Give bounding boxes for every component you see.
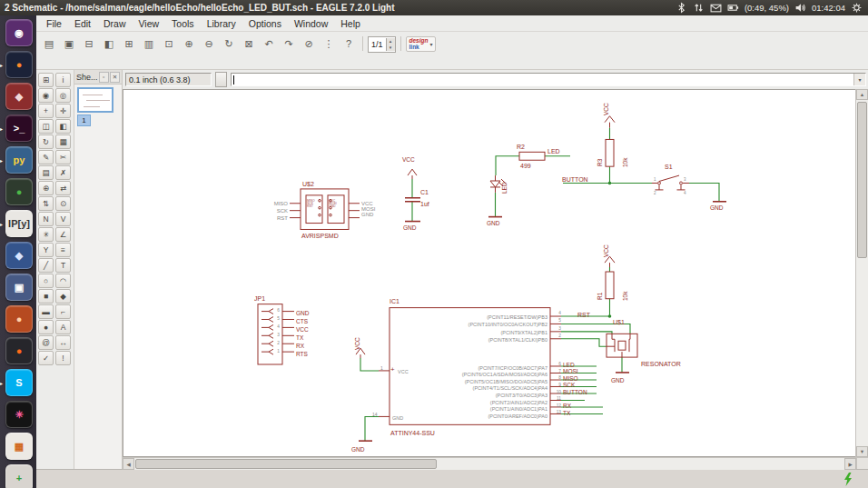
tool-rect[interactable]: ■ bbox=[38, 289, 54, 304]
help-button[interactable]: ? bbox=[340, 35, 358, 53]
tool-name[interactable]: N bbox=[38, 212, 54, 226]
design-link-button[interactable]: design link ▾ bbox=[406, 36, 437, 52]
cam-button[interactable]: ◧ bbox=[100, 35, 118, 53]
tool-value[interactable]: V bbox=[55, 212, 71, 226]
menu-file[interactable]: File bbox=[40, 17, 68, 30]
tool-attribute[interactable]: @ bbox=[38, 335, 54, 350]
launcher-app-install[interactable]: ▸ + bbox=[5, 464, 33, 488]
menu-draw[interactable]: Draw bbox=[97, 17, 133, 30]
tool-junction[interactable]: ● bbox=[38, 320, 54, 334]
tool-circle[interactable]: ○ bbox=[38, 274, 54, 288]
tool-polygon[interactable]: ◆ bbox=[55, 289, 71, 304]
command-history-dropdown-icon[interactable]: ▾ bbox=[853, 74, 865, 85]
schematic-canvas[interactable]: U$2 AVRISPSMD MISOSCKRST VCCMOSIGND MISO… bbox=[123, 89, 855, 457]
launcher-firefox[interactable]: ▸ ● bbox=[5, 51, 33, 78]
menu-edit[interactable]: Edit bbox=[68, 17, 97, 30]
sheet-number-badge[interactable]: 1 bbox=[77, 115, 91, 126]
launcher-app-gallery[interactable]: ▸ ▦ bbox=[5, 433, 33, 460]
vertical-scrollbar[interactable]: ▲ ▼ bbox=[855, 89, 868, 457]
session-gear-icon[interactable] bbox=[851, 2, 863, 14]
tool-cut[interactable]: ✂ bbox=[55, 150, 71, 164]
close-panel-icon[interactable]: ✕ bbox=[110, 72, 120, 83]
battery-icon[interactable] bbox=[727, 2, 739, 14]
tool-miter[interactable]: ∠ bbox=[55, 227, 71, 242]
tool-delete[interactable]: ✗ bbox=[55, 165, 71, 180]
launcher-ipython[interactable]: ▸ IP[y] bbox=[5, 210, 33, 237]
tool-info[interactable]: i bbox=[55, 73, 71, 87]
launcher-app-media[interactable]: ▸ ✳ bbox=[5, 401, 33, 428]
tool-arc[interactable]: ◠ bbox=[55, 274, 71, 288]
sheets-panel-titlebar[interactable]: She... ▫ ✕ bbox=[74, 70, 122, 85]
zoom-redraw-button[interactable]: ↻ bbox=[220, 35, 238, 53]
launcher-software-center[interactable]: ▸ ◆ bbox=[5, 83, 33, 110]
launcher-terminal[interactable]: ▸ >_ bbox=[5, 115, 33, 142]
scroll-right-icon[interactable]: ▶ bbox=[844, 458, 856, 470]
menu-options[interactable]: Options bbox=[242, 17, 288, 30]
mail-icon[interactable] bbox=[710, 2, 722, 14]
tool-bus[interactable]: ▬ bbox=[38, 304, 54, 319]
tool-invoke[interactable]: ≡ bbox=[55, 243, 71, 257]
redo-button[interactable]: ↷ bbox=[280, 35, 298, 53]
frame-button[interactable]: ▥ bbox=[140, 35, 158, 53]
sheet-up-icon[interactable]: ▴ bbox=[387, 38, 395, 45]
tool-replace[interactable]: ⊙ bbox=[55, 196, 71, 211]
menu-library[interactable]: Library bbox=[201, 17, 242, 30]
open-button[interactable]: ▤ bbox=[40, 35, 58, 53]
launcher-app-blue[interactable]: ▸ ◆ bbox=[5, 242, 33, 269]
print-button[interactable]: ⊟ bbox=[80, 35, 98, 53]
sync-icon[interactable] bbox=[693, 2, 705, 14]
sheet-selector[interactable]: 1/1 ▴ ▾ bbox=[368, 36, 396, 53]
launcher-app-orange[interactable]: ▸ ● bbox=[5, 305, 33, 333]
tool-errors[interactable]: ! bbox=[55, 351, 71, 365]
horizontal-scroll-thumb[interactable] bbox=[135, 459, 437, 469]
tool-grid[interactable]: ⊞ bbox=[38, 73, 54, 87]
tool-smash[interactable]: ✳ bbox=[38, 227, 54, 242]
stop-button[interactable]: ⊘ bbox=[300, 35, 318, 53]
tool-pinswap[interactable]: ⇄ bbox=[55, 181, 71, 195]
float-panel-icon[interactable]: ▫ bbox=[99, 72, 109, 83]
launcher-app-indigo[interactable]: ▸ ▣ bbox=[5, 274, 33, 301]
clock[interactable]: 01:42:04 bbox=[812, 3, 845, 13]
scroll-left-icon[interactable]: ◀ bbox=[123, 458, 134, 470]
menu-window[interactable]: Window bbox=[288, 17, 334, 30]
tool-copy[interactable]: ◫ bbox=[38, 119, 54, 134]
tool-display[interactable]: ◉ bbox=[38, 88, 54, 103]
tool-erc[interactable]: ✓ bbox=[38, 351, 54, 365]
zoom-select-button[interactable]: ⊠ bbox=[240, 35, 258, 53]
sheet-thumbnail[interactable] bbox=[77, 87, 113, 113]
tool-paste[interactable]: ▤ bbox=[38, 165, 54, 180]
tool-net[interactable]: ⌐ bbox=[55, 304, 71, 319]
tool-rotate[interactable]: ↻ bbox=[38, 134, 54, 149]
menu-view[interactable]: View bbox=[133, 17, 166, 30]
launcher-app-green[interactable]: ▸ ● bbox=[5, 178, 33, 205]
tool-move[interactable]: ✛ bbox=[55, 104, 71, 118]
zoom-in-button[interactable]: ⊕ bbox=[180, 35, 198, 53]
tool-split[interactable]: Y bbox=[38, 243, 54, 257]
tool-wire[interactable]: ╱ bbox=[38, 258, 54, 273]
sheet-down-icon[interactable]: ▾ bbox=[387, 45, 395, 51]
go-button[interactable]: ⋮ bbox=[320, 35, 338, 53]
tool-text[interactable]: T bbox=[55, 258, 71, 273]
vertical-scroll-thumb[interactable] bbox=[857, 102, 867, 258]
horizontal-scrollbar[interactable]: ◀ ▶ bbox=[123, 457, 856, 470]
zoom-out-button[interactable]: ⊖ bbox=[200, 35, 218, 53]
menu-help[interactable]: Help bbox=[334, 17, 367, 30]
menu-tools[interactable]: Tools bbox=[165, 17, 201, 30]
battery-status[interactable]: (0:49, 45%) bbox=[745, 3, 789, 13]
scroll-up-icon[interactable]: ▲ bbox=[856, 89, 868, 100]
undo-button[interactable]: ↶ bbox=[260, 35, 278, 53]
tool-gateswap[interactable]: ⇅ bbox=[38, 196, 54, 211]
launcher-skype[interactable]: ▸ S bbox=[5, 369, 33, 396]
tool-label[interactable]: A bbox=[55, 320, 71, 334]
volume-icon[interactable] bbox=[794, 2, 806, 14]
tool-dimension[interactable]: ↔ bbox=[55, 335, 71, 350]
save-button[interactable]: ▣ bbox=[60, 35, 78, 53]
grid-toggle-button[interactable] bbox=[215, 72, 227, 87]
tool-mark[interactable]: + bbox=[38, 104, 54, 118]
grid-button[interactable]: ⊞ bbox=[120, 35, 138, 53]
launcher-app-orange-ball[interactable]: ▸ ● bbox=[5, 337, 33, 364]
tool-show[interactable]: ◎ bbox=[55, 88, 71, 103]
command-input[interactable]: ▾ bbox=[231, 73, 866, 86]
launcher-python[interactable]: ▸ py bbox=[5, 146, 33, 174]
tool-change[interactable]: ✎ bbox=[38, 150, 54, 164]
